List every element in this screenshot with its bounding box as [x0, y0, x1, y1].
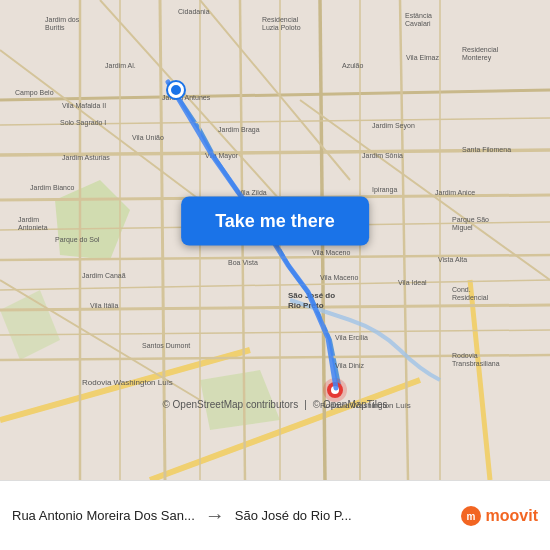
svg-text:Buritis: Buritis	[45, 24, 65, 31]
origin-marker	[168, 82, 184, 98]
svg-text:Antonieta: Antonieta	[18, 224, 48, 231]
svg-text:Estância: Estância	[405, 12, 432, 19]
svg-text:Vila Diniz: Vila Diniz	[335, 362, 365, 369]
svg-text:Vila Maceno: Vila Maceno	[312, 249, 351, 256]
svg-text:Solo Sagrado I: Solo Sagrado I	[60, 119, 106, 127]
svg-text:Jardim Seyon: Jardim Seyon	[372, 122, 415, 130]
attribution-separator: |	[304, 399, 307, 410]
svg-text:Jardim Anice: Jardim Anice	[435, 189, 475, 196]
svg-text:Rodovia Washington Luís: Rodovia Washington Luís	[82, 378, 173, 387]
svg-text:Parque São: Parque São	[452, 216, 489, 224]
moovit-logo: m moovit	[460, 505, 538, 527]
svg-text:Residencial: Residencial	[452, 294, 489, 301]
svg-text:Residencial: Residencial	[462, 46, 499, 53]
svg-text:Vista Alta: Vista Alta	[438, 256, 467, 263]
svg-text:Jardim Asturias: Jardim Asturias	[62, 154, 110, 161]
svg-text:Vila Ideal: Vila Ideal	[398, 279, 427, 286]
svg-text:m: m	[466, 511, 475, 522]
svg-text:Cavalari: Cavalari	[405, 20, 431, 27]
openmaptiles-attribution: © OpenMapTiles	[313, 399, 388, 410]
svg-text:Vila Maceno: Vila Maceno	[320, 274, 359, 281]
svg-text:Jardim Canaã: Jardim Canaã	[82, 272, 126, 279]
svg-text:Jardim Bianco: Jardim Bianco	[30, 184, 74, 191]
svg-text:Luzia Poloto: Luzia Poloto	[262, 24, 301, 31]
route-from: Rua Antonio Moreira Dos San...	[12, 508, 195, 523]
route-to: São José do Rio P...	[235, 508, 352, 523]
svg-text:Vila Itália: Vila Itália	[90, 302, 118, 309]
svg-text:Monterey: Monterey	[462, 54, 492, 62]
svg-text:Vila Elmaz: Vila Elmaz	[406, 54, 439, 61]
svg-text:Residencial: Residencial	[262, 16, 299, 23]
svg-text:Rio Preto: Rio Preto	[288, 301, 324, 310]
arrow-icon: →	[205, 504, 225, 527]
svg-text:Campo Belo: Campo Belo	[15, 89, 54, 97]
svg-text:Jardim dos: Jardim dos	[45, 16, 80, 23]
moovit-brand-text: moovit	[486, 507, 538, 525]
svg-text:Rodovia: Rodovia	[452, 352, 478, 359]
svg-text:Vila Mafalda II: Vila Mafalda II	[62, 102, 106, 109]
svg-text:Santa Filomena: Santa Filomena	[462, 146, 511, 153]
svg-text:Cond.: Cond.	[452, 286, 471, 293]
svg-text:Jardim Sônia: Jardim Sônia	[362, 152, 403, 159]
svg-text:Jardim: Jardim	[18, 216, 39, 223]
bottom-bar: Rua Antonio Moreira Dos San... → São Jos…	[0, 480, 550, 550]
svg-text:Cidadania: Cidadania	[178, 8, 210, 15]
map-attribution: © OpenStreetMap contributors | © OpenMap…	[0, 399, 550, 410]
svg-text:Jardim Al.: Jardim Al.	[105, 62, 136, 69]
route-from-name: Rua Antonio Moreira Dos San...	[12, 508, 195, 523]
svg-text:Vila Ercília: Vila Ercília	[335, 334, 368, 341]
openstreetmap-attribution: © OpenStreetMap contributors	[162, 399, 298, 410]
route-arrow: →	[205, 504, 225, 527]
svg-text:Transbrasiliana: Transbrasiliana	[452, 360, 500, 367]
svg-text:Parque do Sol: Parque do Sol	[55, 236, 100, 244]
map-container: Jardim dos Buritis Cidadania Residencial…	[0, 0, 550, 480]
svg-text:Boa Vista: Boa Vista	[228, 259, 258, 266]
svg-text:Jardim Braga: Jardim Braga	[218, 126, 260, 134]
route-to-name: São José do Rio P...	[235, 508, 352, 523]
svg-text:Santos Dumont: Santos Dumont	[142, 342, 190, 349]
svg-text:Ipiranga: Ipiranga	[372, 186, 397, 194]
svg-text:Miguel: Miguel	[452, 224, 473, 232]
svg-text:Azulão: Azulão	[342, 62, 364, 69]
moovit-logo-icon: m	[460, 505, 482, 527]
svg-text:Vila União: Vila União	[132, 134, 164, 141]
take-me-there-button[interactable]: Take me there	[181, 196, 369, 245]
